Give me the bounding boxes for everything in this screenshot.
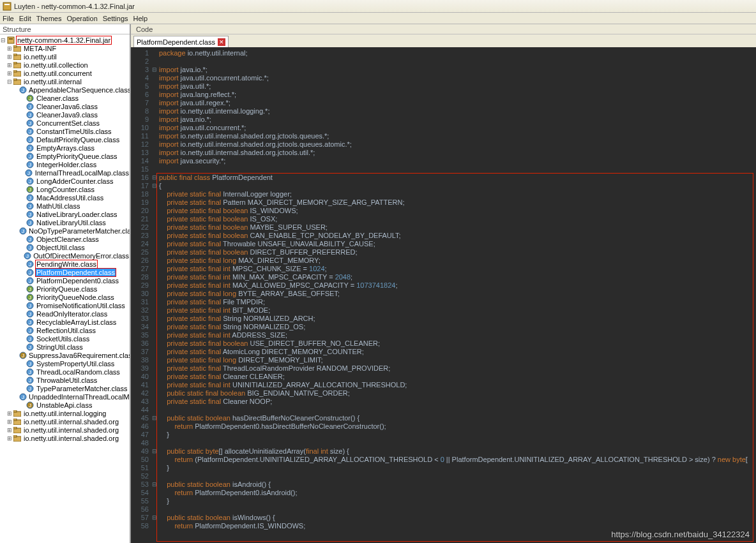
code-line[interactable]: 44 — [131, 405, 756, 413]
code-line[interactable]: 11import io.netty.util.internal.shaded.o… — [131, 131, 756, 140]
code-line[interactable]: 43 private static final Cleaner NOOP; — [131, 397, 756, 405]
tree-class[interactable]: JThrowableUtil.class — [0, 376, 130, 384]
code-line[interactable]: 1package io.netty.util.internal; — [131, 48, 756, 57]
code-line[interactable]: 27 private static final int MPSC_CHUNK_S… — [131, 264, 756, 272]
code-line[interactable]: 33 private static final String NORMALIZE… — [131, 314, 756, 322]
code-line[interactable]: 9import java.nio.*; — [131, 115, 756, 123]
code-line[interactable]: 19 private static final Pattern MAX_DIRE… — [131, 198, 756, 206]
code-line[interactable]: 4import java.util.concurrent.atomic.*; — [131, 73, 756, 82]
tree-class[interactable]: JSuppressJava6Requirement.class — [0, 351, 130, 359]
fold-icon[interactable]: ⊟ — [151, 415, 158, 421]
menu-item-themes[interactable]: Themes — [36, 15, 62, 22]
code-line[interactable]: 12import io.netty.util.internal.shaded.o… — [131, 140, 756, 148]
code-line[interactable]: 24 private static final Throwable UNSAFE… — [131, 239, 756, 248]
code-line[interactable]: 40 private static final Cleaner CLEANER; — [131, 372, 756, 380]
code-line[interactable]: 35 private static final int ADDRESS_SIZE… — [131, 331, 756, 339]
tree-class[interactable]: JReflectionUtil.class — [0, 326, 130, 334]
tree-package[interactable]: ⊞io.netty.util.collection — [0, 61, 130, 69]
tree-class[interactable]: JDefaultPriorityQueue.class — [0, 135, 130, 144]
tree-class[interactable]: JOutOfDirectMemoryError.class — [0, 251, 130, 260]
tree-class[interactable]: JPriorityQueueNode.class — [0, 293, 130, 301]
tree-class[interactable]: JIntegerHolder.class — [0, 160, 130, 168]
code-line[interactable]: 57⊟ public static boolean isWindows() { — [131, 513, 756, 521]
tree-package[interactable]: ⊞io.netty.util.internal.shaded.org — [0, 426, 130, 434]
code-line[interactable]: 8import io.netty.util.internal.logging.*… — [131, 107, 756, 115]
fold-icon[interactable]: ⊟ — [151, 481, 158, 487]
tree-class[interactable]: JSystemPropertyUtil.class — [0, 359, 130, 368]
tree-class[interactable]: JThreadLocalRandom.class — [0, 368, 130, 376]
code-line[interactable]: 56 — [131, 505, 756, 513]
tree-class[interactable]: JNativeLibraryUtil.class — [0, 218, 130, 227]
code-line[interactable]: 36 private static final boolean USE_DIRE… — [131, 339, 756, 347]
code-line[interactable]: 5import java.util.*; — [131, 82, 756, 90]
tree-twisty[interactable]: ⊞ — [6, 54, 13, 60]
tree-twisty[interactable]: ⊞ — [6, 419, 13, 425]
tree-class[interactable]: JCleanerJava6.class — [0, 102, 130, 110]
menu-item-operation[interactable]: Operation — [66, 15, 97, 22]
tree-class[interactable]: JPendingWrite.class — [0, 260, 130, 268]
tree-class[interactable]: JEmptyArrays.class — [0, 144, 130, 152]
tree-class[interactable]: JObjectCleaner.class — [0, 235, 130, 243]
menu-item-edit[interactable]: Edit — [19, 15, 31, 22]
code-line[interactable]: 2 — [131, 57, 756, 65]
code-line[interactable]: 50 return (PlatformDependent.UNINITIALIZ… — [131, 455, 756, 463]
code-line[interactable]: 41 private static final int UNINITIALIZE… — [131, 380, 756, 389]
code-line[interactable]: 13import io.netty.util.internal.shaded.o… — [131, 148, 756, 156]
code-line[interactable]: 58 return PlatformDependent.IS_WINDOWS; — [131, 521, 756, 530]
code-line[interactable]: 46 return PlatformDependent0.hasDirectBu… — [131, 422, 756, 430]
tree-class[interactable]: JUnpaddedInternalThreadLocalMap.class — [0, 392, 130, 401]
code-line[interactable]: 7import java.util.regex.*; — [131, 98, 756, 107]
tree-class[interactable]: JNoOpTypeParameterMatcher.class — [0, 227, 130, 235]
code-line[interactable]: 10import java.util.concurrent.*; — [131, 123, 756, 131]
tree-class[interactable]: JRecyclableArrayList.class — [0, 318, 130, 326]
tab-strip[interactable]: PlatformDependent.class ✕ — [131, 34, 756, 47]
tree-twisty[interactable]: ⊞ — [6, 435, 13, 442]
code-line[interactable]: 21 private static final boolean IS_OSX; — [131, 214, 756, 223]
editor-tab[interactable]: PlatformDependent.class ✕ — [133, 36, 229, 47]
close-icon[interactable]: ✕ — [218, 38, 225, 46]
code-line[interactable]: 31 private static final File TMPDIR; — [131, 297, 756, 306]
code-line[interactable]: 23 private static final boolean CAN_ENAB… — [131, 231, 756, 239]
tree-package[interactable]: ⊞io.netty.util.concurrent — [0, 69, 130, 77]
tree-class[interactable]: JConcurrentSet.class — [0, 119, 130, 127]
code-line[interactable]: 53⊟ public static boolean isAndroid() { — [131, 480, 756, 488]
code-line[interactable]: 18 private static final InternalLogger l… — [131, 190, 756, 198]
tree-twisty[interactable]: ⊞ — [6, 70, 13, 77]
tree-class[interactable]: JPriorityQueue.class — [0, 285, 130, 293]
code-line[interactable]: 6import java.lang.reflect.*; — [131, 90, 756, 98]
tree-package[interactable]: ⊞io.netty.util.internal.shaded.org — [0, 417, 130, 426]
code-line[interactable]: 32 private static final int BIT_MODE; — [131, 306, 756, 314]
tree-root-jar[interactable]: ⊟netty-common-4.1.32.Final.jar — [0, 36, 130, 44]
code-line[interactable]: 17⊟{ — [131, 181, 756, 190]
tree-package[interactable]: ⊞io.netty.util — [0, 52, 130, 61]
fold-icon[interactable]: ⊟ — [151, 66, 158, 73]
tree-twisty[interactable]: ⊞ — [6, 62, 13, 68]
code-line[interactable]: 30 private static final long BYTE_ARRAY_… — [131, 289, 756, 297]
menu-bar[interactable]: FileEditThemesOperationSettingsHelp — [0, 13, 756, 24]
code-line[interactable]: 37 private static final AtomicLong DIREC… — [131, 347, 756, 355]
tree-class[interactable]: JConstantTimeUtils.class — [0, 127, 130, 135]
code-line[interactable]: 22 private static final boolean MAYBE_SU… — [131, 223, 756, 231]
tree-class[interactable]: JEmptyPriorityQueue.class — [0, 152, 130, 160]
tree-twisty[interactable]: ⊟ — [6, 78, 13, 85]
code-line[interactable]: 49⊟ public static byte[] allocateUniniti… — [131, 447, 756, 455]
code-line[interactable]: 38 private static final long DIRECT_MEMO… — [131, 355, 756, 364]
tree-class[interactable]: JPlatformDependent.class — [0, 268, 130, 276]
tree-class[interactable]: JUnstableApi.class — [0, 401, 130, 409]
tree-class[interactable]: JMathUtil.class — [0, 202, 130, 210]
tree-package[interactable]: ⊞META-INF — [0, 44, 130, 52]
tree-class[interactable]: JMacAddressUtil.class — [0, 193, 130, 202]
tree-class[interactable]: JTypeParameterMatcher.class — [0, 384, 130, 392]
code-line[interactable]: 39 private static final ThreadLocalRando… — [131, 364, 756, 372]
tree-class[interactable]: JCleanerJava9.class — [0, 110, 130, 119]
fold-icon[interactable]: ⊟ — [151, 174, 158, 181]
fold-icon[interactable]: ⊟ — [151, 448, 158, 454]
tree-package[interactable]: ⊞io.netty.util.internal.shaded.org — [0, 434, 130, 442]
code-line[interactable]: 45⊟ public static boolean hasDirectBuffe… — [131, 413, 756, 422]
tree-class[interactable]: JNativeLibraryLoader.class — [0, 210, 130, 218]
tree-class[interactable]: JCleaner.class — [0, 94, 130, 102]
tree-class[interactable]: JPlatformDependent0.class — [0, 276, 130, 285]
code-line[interactable]: 28 private static final int MIN_MAX_MPSC… — [131, 272, 756, 281]
menu-item-file[interactable]: File — [3, 15, 14, 22]
tree-class[interactable]: JReadOnlyIterator.class — [0, 309, 130, 318]
